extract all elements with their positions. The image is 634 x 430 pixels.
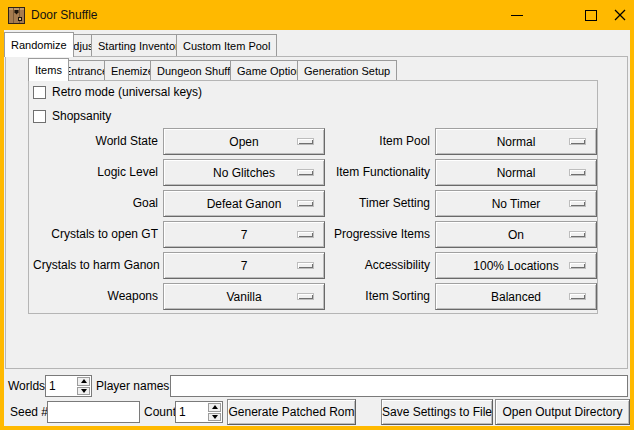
count-spin-up-icon[interactable]: [208, 403, 221, 412]
seed-label: Seed #: [10, 401, 48, 423]
generate-patched-rom-label: Generate Patched Rom: [228, 405, 354, 419]
count-spinbox[interactable]: 1: [175, 401, 223, 423]
player-names-input[interactable]: [170, 375, 628, 397]
subtab-items-label: Items: [35, 64, 62, 76]
save-settings-button[interactable]: Save Settings to File: [381, 399, 493, 425]
dropdown-indicator-icon: [569, 169, 586, 176]
open-output-directory-button[interactable]: Open Output Directory: [495, 399, 630, 425]
dropdown-indicator-icon: [569, 231, 586, 238]
open-output-directory-label: Open Output Directory: [502, 405, 622, 419]
item-functionality-label: Item Functionality: [280, 159, 430, 186]
item-sorting-dropdown[interactable]: Balanced: [435, 283, 597, 310]
count-label: Count: [144, 401, 176, 423]
count-spin-down-icon[interactable]: [208, 413, 221, 422]
tab-custom-item-pool[interactable]: Custom Item Pool: [176, 34, 277, 56]
dropdown-indicator-icon: [569, 200, 586, 207]
worlds-spin-down-icon[interactable]: [77, 387, 90, 396]
worlds-value: 1: [49, 376, 56, 396]
goal-label: Goal: [33, 190, 158, 217]
timer-setting-dropdown[interactable]: No Timer: [435, 190, 597, 217]
minimize-icon: [511, 15, 523, 16]
timer-setting-label: Timer Setting: [280, 190, 430, 217]
accessibility-dropdown[interactable]: 100% Locations: [435, 252, 597, 279]
minimize-button[interactable]: [496, 0, 538, 30]
item-functionality-dropdown[interactable]: Normal: [435, 159, 597, 186]
weapons-label: Weapons: [33, 283, 158, 310]
dropdown-indicator-icon: [569, 293, 586, 300]
tab-starting-inventory-label: Starting Inventory: [98, 40, 184, 52]
timer-setting-value: No Timer: [492, 197, 541, 211]
retro-mode-checkbox[interactable]: [33, 86, 46, 99]
weapons-value: Vanilla: [226, 290, 261, 304]
item-pool-value: Normal: [497, 135, 536, 149]
shopsanity-label: Shopsanity: [52, 110, 111, 123]
accessibility-value: 100% Locations: [473, 259, 558, 273]
app-door-icon: [8, 7, 25, 24]
progressive-items-dropdown[interactable]: On: [435, 221, 597, 248]
crystals-harm-ganon-value: 7: [241, 259, 248, 273]
world-state-label: World State: [33, 128, 158, 155]
worlds-spin-arrows: [77, 377, 90, 395]
close-icon: [614, 9, 626, 21]
tab-custom-item-pool-label: Custom Item Pool: [183, 40, 270, 52]
logic-level-label: Logic Level: [33, 159, 158, 186]
progressive-items-value: On: [508, 228, 524, 242]
logic-level-value: No Glitches: [213, 166, 275, 180]
window-title: Door Shuffle: [31, 0, 98, 30]
titlebar: Door Shuffle: [0, 0, 634, 30]
subtab-generation-setup[interactable]: Generation Setup: [297, 60, 397, 80]
shopsanity-checkbox[interactable]: [33, 110, 46, 123]
item-sorting-value: Balanced: [491, 290, 541, 304]
close-button[interactable]: [605, 0, 634, 30]
subtab-generation-setup-label: Generation Setup: [304, 65, 390, 77]
crystals-open-gt-value: 7: [241, 228, 248, 242]
worlds-label: Worlds: [8, 375, 45, 397]
item-pool-dropdown[interactable]: Normal: [435, 128, 597, 155]
accessibility-label: Accessibility: [280, 252, 430, 279]
crystals-open-gt-label: Crystals to open GT: [33, 221, 158, 248]
item-sorting-label: Item Sorting: [280, 283, 430, 310]
subtab-items[interactable]: Items: [28, 58, 69, 81]
save-settings-label: Save Settings to File: [382, 405, 492, 419]
retro-mode-label: Retro mode (universal keys): [52, 86, 202, 99]
subtab-dungeon-shuffle-label: Dungeon Shuffle: [157, 65, 239, 77]
crystals-harm-ganon-label: Crystals to harm Ganon: [33, 252, 158, 279]
generate-patched-rom-button[interactable]: Generate Patched Rom: [227, 399, 356, 425]
count-spin-arrows: [208, 403, 221, 421]
progressive-items-label: Progressive Items: [280, 221, 430, 248]
item-pool-label: Item Pool: [280, 128, 430, 155]
world-state-value: Open: [229, 135, 258, 149]
tab-randomize[interactable]: Randomize: [4, 32, 74, 57]
maximize-icon: [585, 10, 597, 21]
worlds-spinbox[interactable]: 1: [45, 375, 92, 397]
goal-value: Defeat Ganon: [207, 197, 282, 211]
tab-randomize-label: Randomize: [11, 39, 67, 51]
player-names-label: Player names: [96, 375, 169, 397]
dropdown-indicator-icon: [569, 262, 586, 269]
count-value: 1: [179, 402, 186, 422]
item-functionality-value: Normal: [497, 166, 536, 180]
dropdown-indicator-icon: [569, 138, 586, 145]
seed-input[interactable]: [47, 401, 140, 423]
worlds-spin-up-icon[interactable]: [77, 377, 90, 386]
